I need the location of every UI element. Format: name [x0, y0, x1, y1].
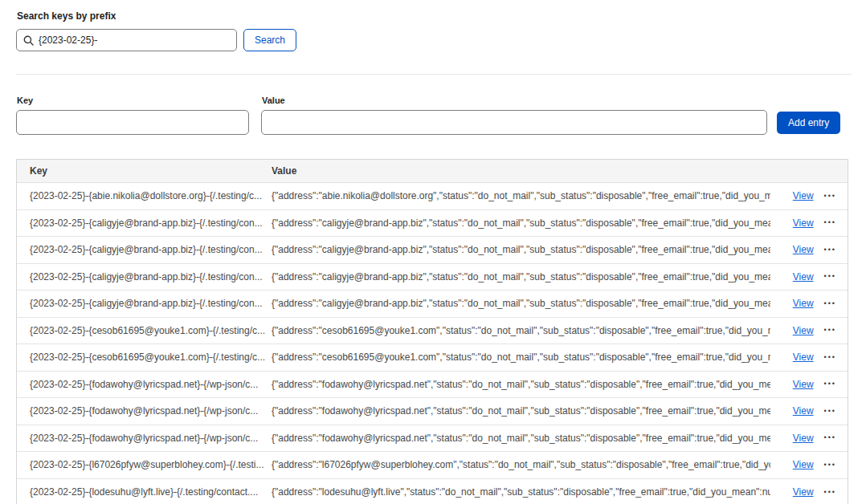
- row-menu-ellipsis-icon[interactable]: •••: [824, 406, 836, 417]
- view-link[interactable]: View: [793, 325, 814, 336]
- row-value: {"address":"fodawohy@lyricspad.net","sta…: [272, 433, 770, 444]
- row-actions: View •••: [770, 271, 848, 282]
- row-key: {2023-02-25}-{caligyje@brand-app.biz}-{/…: [17, 244, 272, 255]
- row-key: {2023-02-25}-{caligyje@brand-app.biz}-{/…: [17, 298, 272, 309]
- view-link[interactable]: View: [793, 379, 814, 390]
- row-actions: View •••: [770, 244, 848, 255]
- add-entry-button[interactable]: Add entry: [777, 112, 840, 134]
- row-actions: View •••: [770, 298, 848, 309]
- row-key: {2023-02-25}-{l67026pfyw@superblohey.com…: [17, 459, 272, 470]
- view-link[interactable]: View: [793, 190, 814, 201]
- row-actions: View •••: [770, 486, 848, 498]
- row-value: {"address":"cesob61695@youke1.com","stat…: [272, 352, 770, 363]
- view-link[interactable]: View: [793, 217, 814, 229]
- row-actions: View •••: [770, 459, 848, 470]
- row-key: {2023-02-25}-{caligyje@brand-app.biz}-{/…: [17, 271, 272, 282]
- row-menu-ellipsis-icon[interactable]: •••: [824, 325, 836, 335]
- row-value: {"address":"abie.nikolia@dollstore.org",…: [272, 190, 770, 201]
- view-link[interactable]: View: [793, 298, 814, 309]
- row-key: {2023-02-25}-{caligyje@brand-app.biz}-{/…: [17, 217, 272, 229]
- row-value: {"address":"cesob61695@youke1.com","stat…: [272, 325, 770, 336]
- table-row: {2023-02-25}-{caligyje@brand-app.biz}-{/…: [17, 291, 848, 318]
- row-value: {"address":"lodesuhu@lyft.live","status"…: [272, 486, 770, 498]
- view-link[interactable]: View: [793, 433, 814, 444]
- view-link[interactable]: View: [793, 352, 814, 363]
- row-menu-ellipsis-icon[interactable]: •••: [824, 191, 836, 201]
- search-prefix-label: Search keys by prefix: [17, 10, 116, 22]
- row-menu-ellipsis-icon[interactable]: •••: [824, 271, 836, 282]
- row-actions: View •••: [770, 190, 848, 201]
- search-prefix-input[interactable]: [39, 35, 230, 46]
- row-actions: View •••: [770, 405, 848, 417]
- view-link[interactable]: View: [793, 244, 814, 255]
- row-actions: View •••: [770, 433, 848, 444]
- value-input[interactable]: [261, 110, 767, 135]
- table-row: {2023-02-25}-{caligyje@brand-app.biz}-{/…: [17, 237, 848, 264]
- section-divider: [16, 74, 852, 75]
- table-row: {2023-02-25}-{cesob61695@youke1.com}-{/.…: [17, 344, 848, 372]
- row-actions: View •••: [770, 217, 848, 229]
- table-row: {2023-02-25}-{l67026pfyw@superblohey.com…: [17, 452, 848, 479]
- search-button[interactable]: Search: [243, 29, 296, 51]
- row-value: {"address":"caligyje@brand-app.biz","sta…: [272, 217, 770, 229]
- table-row: {2023-02-25}-{cesob61695@youke1.com}-{/.…: [17, 318, 848, 345]
- row-value: {"address":"caligyje@brand-app.biz","sta…: [272, 244, 770, 255]
- row-value: {"address":"fodawohy@lyricspad.net","sta…: [272, 405, 770, 417]
- row-menu-ellipsis-icon[interactable]: •••: [824, 433, 836, 443]
- view-link[interactable]: View: [793, 405, 814, 417]
- table-row: {2023-02-25}-{caligyje@brand-app.biz}-{/…: [17, 210, 848, 238]
- row-key: {2023-02-25}-{abie.nikolia@dollstore.org…: [17, 190, 272, 201]
- kv-namespace-page: Search keys by prefix Search Key Value A…: [0, 0, 866, 504]
- row-actions: View •••: [770, 352, 848, 363]
- row-key: {2023-02-25}-{fodawohy@lyricspad.net}-{/…: [17, 405, 272, 417]
- view-link[interactable]: View: [793, 459, 814, 470]
- view-link[interactable]: View: [793, 486, 814, 498]
- search-prefix-box: [16, 29, 237, 51]
- row-menu-ellipsis-icon[interactable]: •••: [824, 379, 836, 389]
- row-menu-ellipsis-icon[interactable]: •••: [824, 217, 836, 228]
- key-input[interactable]: [16, 110, 249, 135]
- row-value: {"address":"caligyje@brand-app.biz","sta…: [272, 271, 770, 282]
- row-actions: View •••: [770, 379, 848, 390]
- row-menu-ellipsis-icon[interactable]: •••: [824, 487, 836, 498]
- search-icon: [23, 35, 34, 46]
- kv-table: Key Value {2023-02-25}-{abie.nikolia@dol…: [16, 159, 848, 504]
- row-key: {2023-02-25}-{lodesuhu@lyft.live}-{/.tes…: [17, 486, 272, 498]
- row-value: {"address":"caligyje@brand-app.biz","sta…: [272, 298, 770, 309]
- table-header: Key Value: [17, 160, 848, 183]
- row-key: {2023-02-25}-{cesob61695@youke1.com}-{/.…: [17, 325, 272, 336]
- row-key: {2023-02-25}-{fodawohy@lyricspad.net}-{/…: [17, 433, 272, 444]
- key-label: Key: [17, 96, 33, 105]
- row-value: {"address":"fodawohy@lyricspad.net","sta…: [272, 379, 770, 390]
- row-key: {2023-02-25}-{cesob61695@youke1.com}-{/.…: [17, 352, 272, 363]
- column-header-value: Value: [272, 165, 770, 177]
- table-row: {2023-02-25}-{caligyje@brand-app.biz}-{/…: [17, 264, 848, 291]
- row-menu-ellipsis-icon[interactable]: •••: [824, 460, 836, 470]
- table-row: {2023-02-25}-{fodawohy@lyricspad.net}-{/…: [17, 372, 848, 399]
- view-link[interactable]: View: [793, 271, 814, 282]
- row-actions: View •••: [770, 325, 848, 336]
- table-row: {2023-02-25}-{fodawohy@lyricspad.net}-{/…: [17, 425, 848, 453]
- table-row: {2023-02-25}-{fodawohy@lyricspad.net}-{/…: [17, 398, 848, 425]
- table-body: {2023-02-25}-{abie.nikolia@dollstore.org…: [17, 183, 848, 504]
- column-header-key: Key: [17, 165, 272, 177]
- table-row: {2023-02-25}-{lodesuhu@lyft.live}-{/.tes…: [17, 479, 848, 504]
- row-menu-ellipsis-icon[interactable]: •••: [824, 352, 836, 363]
- value-label: Value: [262, 96, 285, 105]
- row-menu-ellipsis-icon[interactable]: •••: [824, 299, 836, 309]
- row-key: {2023-02-25}-{fodawohy@lyricspad.net}-{/…: [17, 379, 272, 390]
- row-value: {"address":"l67026pfyw@superblohey.com",…: [272, 459, 770, 470]
- table-row: {2023-02-25}-{abie.nikolia@dollstore.org…: [17, 183, 848, 210]
- row-menu-ellipsis-icon[interactable]: •••: [824, 245, 836, 255]
